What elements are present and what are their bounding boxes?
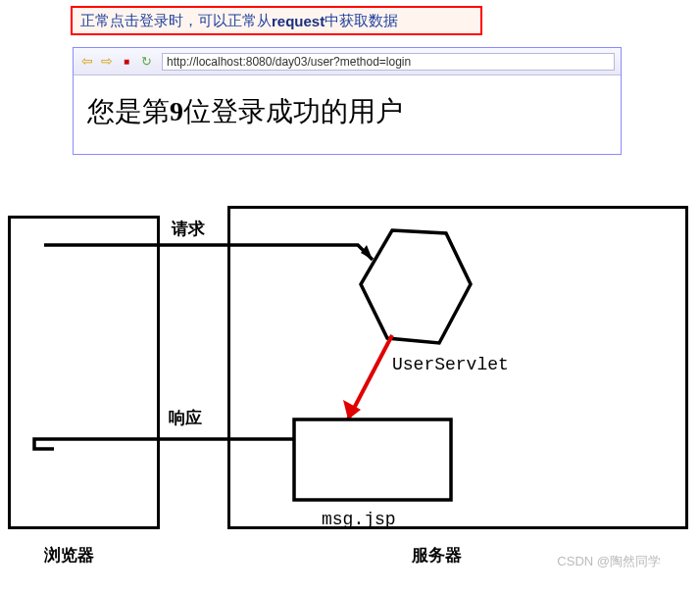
browser-content: 您是第9位登录成功的用户 xyxy=(74,75,621,154)
forward-icon[interactable]: ⇨ xyxy=(99,54,115,70)
label-msgjsp: msg.jsp xyxy=(322,510,396,529)
label-userservlet: UserServlet xyxy=(392,355,509,374)
architecture-diagram: 请求 响应 UserServlet msg.jsp 浏览器 服务器 CSDN @… xyxy=(0,186,700,578)
browser-mockup: ⇦ ⇨ ■ ↻ 您是第9位登录成功的用户 xyxy=(73,47,622,155)
annotation-suffix: 中获取数据 xyxy=(325,12,398,30)
label-server: 服务器 xyxy=(412,544,462,566)
browser-toolbar: ⇦ ⇨ ■ ↻ xyxy=(74,48,621,75)
content-suffix: 位登录成功的用户 xyxy=(183,96,403,126)
request-arrow-head xyxy=(361,245,373,260)
label-browser: 浏览器 xyxy=(44,544,94,566)
stop-icon[interactable]: ■ xyxy=(119,54,134,70)
annotation-bold: request xyxy=(272,13,325,29)
content-prefix: 您是第 xyxy=(87,96,170,126)
annotation-callout: 正常点击登录时，可以正常从 request 中获取数据 xyxy=(71,6,482,35)
back-icon[interactable]: ⇦ xyxy=(79,54,95,70)
watermark: CSDN @陶然同学 xyxy=(557,553,661,570)
url-input[interactable] xyxy=(162,53,615,71)
hexagon-servlet xyxy=(361,230,471,343)
refresh-icon[interactable]: ↻ xyxy=(138,54,154,70)
response-arrow-line xyxy=(34,439,294,449)
label-request: 请求 xyxy=(172,218,205,240)
content-number: 9 xyxy=(170,96,183,126)
annotation-prefix: 正常点击登录时，可以正常从 xyxy=(80,12,272,30)
request-arrow-line xyxy=(44,245,373,260)
rect-jsp xyxy=(294,419,451,500)
label-response: 响应 xyxy=(169,407,202,429)
